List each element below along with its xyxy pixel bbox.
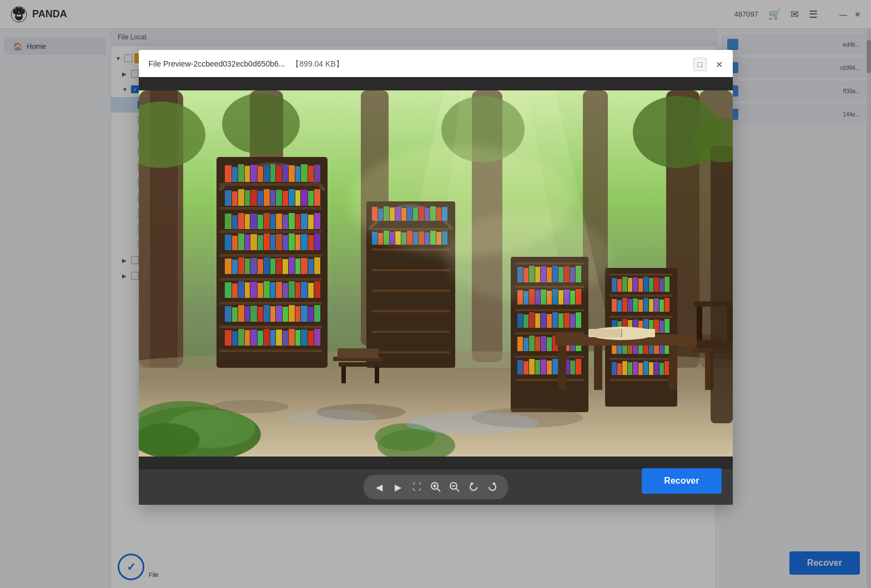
svg-rect-130 xyxy=(264,305,270,322)
svg-rect-78 xyxy=(219,349,322,352)
svg-rect-307 xyxy=(643,361,648,375)
svg-rect-34 xyxy=(276,166,282,182)
svg-rect-149 xyxy=(289,329,295,346)
svg-rect-36 xyxy=(289,165,295,182)
svg-rect-29 xyxy=(245,166,250,182)
svg-rect-38 xyxy=(301,164,308,182)
svg-rect-269 xyxy=(617,300,622,312)
svg-rect-241 xyxy=(529,359,535,374)
svg-rect-148 xyxy=(283,331,288,346)
svg-rect-220 xyxy=(535,313,540,328)
preview-image xyxy=(139,90,733,457)
svg-rect-170 xyxy=(372,269,450,271)
svg-rect-122 xyxy=(308,283,314,298)
svg-line-351 xyxy=(456,489,459,491)
svg-rect-229 xyxy=(523,338,528,351)
zoom-out-button[interactable] xyxy=(446,478,464,496)
svg-rect-219 xyxy=(529,312,535,328)
svg-rect-119 xyxy=(289,281,295,298)
svg-rect-54 xyxy=(308,191,314,206)
svg-rect-105 xyxy=(295,258,300,274)
rotate-right-button[interactable] xyxy=(484,478,501,496)
svg-rect-71 xyxy=(219,183,322,186)
svg-rect-64 xyxy=(276,214,282,229)
svg-rect-79 xyxy=(225,235,231,250)
svg-point-18 xyxy=(222,93,300,154)
svg-rect-35 xyxy=(283,165,288,182)
toolbar-controls: ◀ ▶ ⛶ xyxy=(364,475,508,499)
svg-rect-133 xyxy=(283,307,288,322)
svg-marker-353 xyxy=(470,482,474,484)
svg-rect-278 xyxy=(664,298,669,312)
svg-rect-68 xyxy=(301,214,308,229)
svg-rect-125 xyxy=(232,307,238,322)
svg-rect-262 xyxy=(638,278,643,292)
svg-rect-225 xyxy=(564,313,570,328)
svg-rect-73 xyxy=(219,230,322,233)
svg-rect-258 xyxy=(617,279,622,292)
svg-rect-255 xyxy=(610,358,673,360)
svg-rect-121 xyxy=(301,282,308,298)
svg-rect-248 xyxy=(570,361,575,374)
rotate-left-button[interactable] xyxy=(465,478,482,496)
svg-rect-309 xyxy=(654,362,659,375)
svg-rect-338 xyxy=(338,348,379,358)
svg-rect-124 xyxy=(225,306,231,322)
svg-rect-267 xyxy=(664,277,669,292)
svg-rect-99 xyxy=(258,259,263,274)
zoom-in-button[interactable] xyxy=(427,478,445,496)
svg-rect-336 xyxy=(375,367,379,383)
svg-rect-230 xyxy=(529,336,535,351)
svg-rect-131 xyxy=(270,306,275,322)
svg-rect-232 xyxy=(541,336,546,351)
svg-rect-59 xyxy=(245,214,250,229)
svg-rect-101 xyxy=(270,258,275,274)
svg-rect-26 xyxy=(225,165,231,182)
svg-rect-151 xyxy=(301,330,308,346)
modal-titlebar: File Preview-2ccbeed032ecb0d650b6... 【89… xyxy=(139,50,733,77)
fullscreen-button[interactable]: ⛶ xyxy=(408,478,426,496)
svg-rect-228 xyxy=(517,337,523,351)
svg-rect-274 xyxy=(643,298,648,312)
svg-point-342 xyxy=(405,412,538,434)
svg-rect-123 xyxy=(314,281,320,298)
svg-point-341 xyxy=(211,400,289,413)
svg-rect-82 xyxy=(245,235,250,250)
svg-rect-256 xyxy=(610,379,673,381)
svg-rect-117 xyxy=(276,282,282,298)
svg-rect-107 xyxy=(308,259,314,274)
svg-point-333 xyxy=(444,212,611,301)
svg-point-343 xyxy=(289,409,377,426)
svg-rect-140 xyxy=(232,331,238,346)
modal-maximize-button[interactable]: □ xyxy=(693,58,707,71)
svg-rect-50 xyxy=(283,191,288,206)
svg-rect-233 xyxy=(547,337,552,351)
svg-rect-218 xyxy=(523,315,528,328)
svg-rect-191 xyxy=(515,309,584,311)
svg-rect-263 xyxy=(643,277,648,292)
next-button[interactable]: ▶ xyxy=(389,478,407,496)
svg-rect-135 xyxy=(295,306,300,322)
svg-rect-276 xyxy=(654,298,659,312)
svg-rect-271 xyxy=(628,299,632,312)
modal-recover-button[interactable]: Recover xyxy=(642,468,721,494)
svg-rect-33 xyxy=(270,164,275,182)
svg-rect-289 xyxy=(664,319,669,333)
prev-button[interactable]: ◀ xyxy=(370,478,388,496)
svg-rect-146 xyxy=(270,330,275,346)
svg-rect-152 xyxy=(308,331,314,346)
svg-rect-80 xyxy=(232,236,238,250)
svg-rect-77 xyxy=(219,326,322,328)
svg-rect-60 xyxy=(250,214,257,229)
svg-rect-303 xyxy=(622,361,627,375)
svg-rect-240 xyxy=(523,361,528,374)
modal-title: File Preview-2ccbeed032ecb0d650b6... 【89… xyxy=(149,59,687,69)
svg-rect-84 xyxy=(258,235,263,250)
svg-rect-306 xyxy=(638,363,643,375)
file-size-label: 【899.04 KB】 xyxy=(291,59,343,68)
modal-close-button[interactable]: ✕ xyxy=(716,59,723,70)
svg-rect-32 xyxy=(264,165,270,182)
svg-rect-270 xyxy=(622,298,627,312)
svg-rect-118 xyxy=(283,283,288,298)
svg-rect-335 xyxy=(341,367,346,383)
